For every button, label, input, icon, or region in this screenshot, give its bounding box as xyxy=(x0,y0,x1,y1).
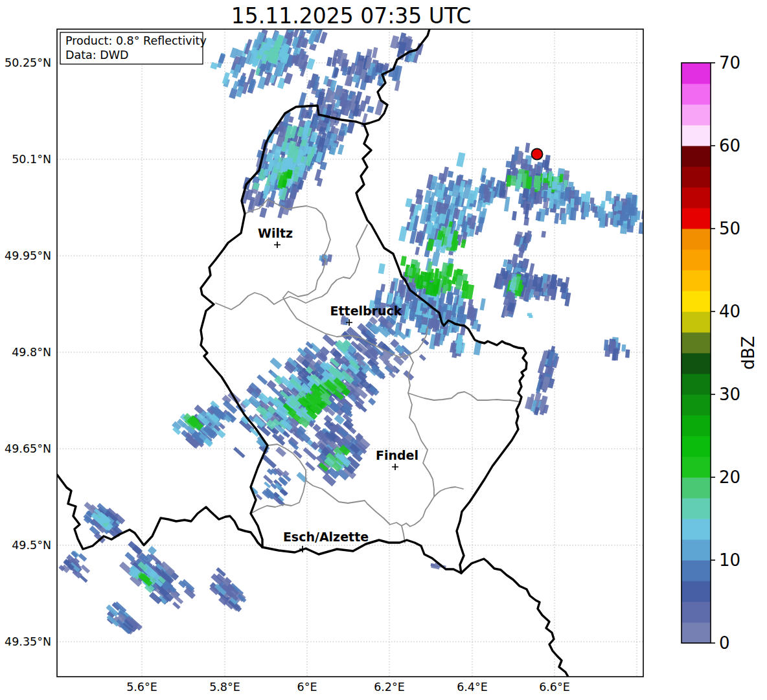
radar-echo-pixel xyxy=(368,398,376,405)
radar-echo-pixel xyxy=(284,73,293,84)
colorbar-segment xyxy=(681,187,711,209)
product-info-box: Product: 0.8° Reflectivity Data: DWD xyxy=(60,32,207,64)
colorbar-segment xyxy=(681,166,711,188)
radar-echo-pixel xyxy=(542,160,548,168)
radar-echo-cluster-far-right-low xyxy=(604,337,630,361)
radar-echo-cluster-south-scatter xyxy=(250,468,308,506)
radar-echo-pixel xyxy=(661,207,666,222)
radar-figure: 15.11.2025 07:35 UTC WiltzEttelbruckFind… xyxy=(0,0,767,700)
colorbar-segment xyxy=(681,394,711,416)
radar-echo-pixel xyxy=(658,201,663,213)
radar-echo-pixel xyxy=(542,183,548,190)
radar-echo-pixel xyxy=(652,199,656,209)
radar-echo-pixel xyxy=(647,206,652,217)
radar-echo-pixel xyxy=(81,565,91,574)
colorbar-tick-label: 30 xyxy=(719,385,740,404)
city-findel: Findel xyxy=(376,448,418,470)
radar-echo-pixel xyxy=(570,207,577,220)
radar-echo-pixel xyxy=(669,218,676,225)
colorbar-tick-label: 40 xyxy=(719,302,740,321)
colorbar-segment xyxy=(681,249,711,271)
city-label: Findel xyxy=(376,448,418,462)
radar-echo-pixel xyxy=(474,341,482,355)
radar-echo-pixel xyxy=(560,174,564,182)
radar-echo-pixel xyxy=(277,77,286,89)
radar-echo-pixel xyxy=(662,202,667,216)
city-marker-plus xyxy=(392,464,398,470)
colorbar-segment xyxy=(681,415,711,436)
radar-echo-pixel xyxy=(233,447,246,458)
radar-echo-pixel xyxy=(148,546,157,555)
radar-echo-pixel xyxy=(447,170,453,177)
radar-echo-pixel xyxy=(504,197,510,212)
radar-echo-cluster-west-small xyxy=(172,401,236,449)
district-border xyxy=(283,260,326,298)
radar-echo-pixel xyxy=(262,455,277,468)
radar-echo-pixel xyxy=(665,207,671,214)
radar-echo-pixel xyxy=(653,201,658,216)
radar-echo-pixel xyxy=(269,357,282,370)
radar-echo-pixel xyxy=(367,106,374,113)
radar-echo-pixel xyxy=(669,218,675,228)
colorbar-segment xyxy=(681,539,711,561)
radar-echo-pixel xyxy=(575,197,581,205)
radar-echo-pixel xyxy=(649,210,655,223)
radar-echo-pixel xyxy=(561,213,567,225)
colorbar-tick-label: 0 xyxy=(719,633,730,653)
radar-echo-pixel xyxy=(293,449,302,458)
radar-echo-pixel xyxy=(541,231,546,238)
colorbar-segment xyxy=(681,291,711,312)
radar-echo-pixel xyxy=(306,58,315,69)
colorbar-segment xyxy=(681,270,711,291)
radar-echo-pixel xyxy=(649,201,655,210)
radar-echo-pixel xyxy=(659,206,664,218)
radar-echo-pixel xyxy=(512,211,517,221)
colorbar-segment xyxy=(681,332,711,354)
radar-echo-pixel xyxy=(647,209,654,218)
radar-echo-cluster-bits-upper-right xyxy=(514,231,532,258)
radar-echo-pixel xyxy=(653,203,660,218)
colorbar-tick-label: 10 xyxy=(719,550,740,570)
radar-echo-pixel xyxy=(657,207,661,216)
radar-echo-pixel xyxy=(625,350,630,358)
radar-echo-pixel xyxy=(78,553,87,561)
radar-echo-pixel xyxy=(218,54,225,63)
colorbar-segment xyxy=(681,519,711,540)
radar-map-canvas: 15.11.2025 07:35 UTC WiltzEttelbruckFind… xyxy=(0,0,767,700)
radar-echo-pixel xyxy=(659,215,665,229)
country-border xyxy=(262,540,461,573)
colorbar-tick-label: 70 xyxy=(719,53,740,73)
colorbar: 010203040506070 xyxy=(681,53,740,653)
city-label: Esch/Alzette xyxy=(283,530,369,544)
radar-echo-pixel xyxy=(461,239,466,248)
lon-tick-label: 5.8°E xyxy=(209,681,240,694)
radar-echo-pixel xyxy=(419,354,426,361)
radar-echo-pixel xyxy=(551,181,557,190)
lon-tick-label: 6.6°E xyxy=(539,681,570,694)
radar-echo-pixel xyxy=(621,344,626,352)
radar-echo-pixel xyxy=(645,199,652,208)
radar-echo-pixel xyxy=(128,541,143,555)
lat-tick-label: 50.1°N xyxy=(12,153,51,166)
lon-tick-label: 6°E xyxy=(297,681,317,694)
radar-echo-pixel xyxy=(554,192,559,199)
city-marker-plus xyxy=(274,242,280,248)
city-wiltz: Wiltz xyxy=(258,226,293,248)
country-border xyxy=(461,559,568,677)
radar-echo-pixel xyxy=(327,254,332,262)
radar-echo-pixel xyxy=(417,204,422,211)
colorbar-segment xyxy=(681,229,711,250)
radar-echo-pixel xyxy=(670,205,677,215)
radar-echo-pixel xyxy=(210,62,218,70)
lon-tick-label: 6.4°E xyxy=(457,681,488,694)
radar-echo-pixel xyxy=(527,313,532,316)
radar-echo-cluster-far-right xyxy=(559,191,694,234)
radar-echo-pixel xyxy=(257,374,268,385)
radar-echo-pixel xyxy=(529,263,534,276)
radar-echo-pixel xyxy=(378,263,385,274)
radar-echo-pixel xyxy=(426,238,434,251)
colorbar-segment xyxy=(681,560,711,581)
product-line-2: Data: DWD xyxy=(65,49,129,62)
colorbar-segment xyxy=(681,581,711,602)
radar-echo-cluster-right-chain xyxy=(527,273,571,306)
